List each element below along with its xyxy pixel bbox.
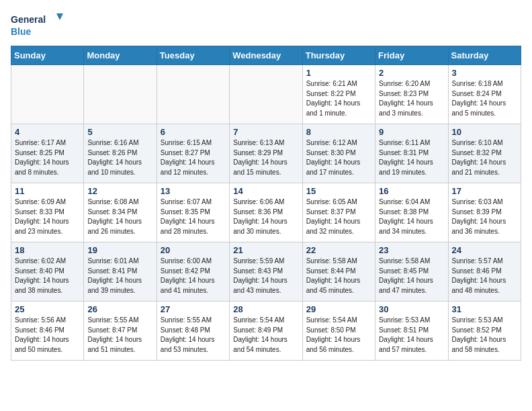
day-info: Sunrise: 6:10 AM Sunset: 8:32 PM Dayligh… bbox=[452, 138, 517, 177]
calendar-week-row: 25Sunrise: 5:56 AM Sunset: 8:46 PM Dayli… bbox=[11, 302, 521, 361]
day-info: Sunrise: 6:21 AM Sunset: 8:22 PM Dayligh… bbox=[306, 79, 371, 118]
day-info: Sunrise: 6:11 AM Sunset: 8:31 PM Dayligh… bbox=[379, 138, 444, 177]
calendar-week-row: 11Sunrise: 6:09 AM Sunset: 8:33 PM Dayli… bbox=[11, 183, 521, 242]
calendar-cell: 14Sunrise: 6:06 AM Sunset: 8:36 PM Dayli… bbox=[230, 183, 302, 242]
day-info: Sunrise: 6:00 AM Sunset: 8:42 PM Dayligh… bbox=[161, 257, 226, 295]
day-info: Sunrise: 6:07 AM Sunset: 8:35 PM Dayligh… bbox=[161, 197, 226, 236]
calendar-cell: 30Sunrise: 5:53 AM Sunset: 8:51 PM Dayli… bbox=[375, 302, 448, 361]
calendar-cell: 9Sunrise: 6:11 AM Sunset: 8:31 PM Daylig… bbox=[375, 124, 448, 183]
day-number: 28 bbox=[233, 304, 298, 314]
calendar-cell: 24Sunrise: 5:57 AM Sunset: 8:46 PM Dayli… bbox=[448, 242, 521, 302]
day-number: 21 bbox=[233, 245, 298, 255]
calendar-cell: 26Sunrise: 5:55 AM Sunset: 8:47 PM Dayli… bbox=[84, 302, 157, 361]
day-number: 19 bbox=[87, 245, 152, 255]
day-info: Sunrise: 6:15 AM Sunset: 8:27 PM Dayligh… bbox=[161, 138, 226, 177]
day-number: 16 bbox=[379, 186, 444, 196]
day-number: 20 bbox=[161, 245, 226, 255]
calendar-cell: 31Sunrise: 5:53 AM Sunset: 8:52 PM Dayli… bbox=[448, 302, 521, 361]
day-number: 14 bbox=[233, 186, 298, 196]
svg-text:Blue: Blue bbox=[11, 26, 32, 37]
calendar: SundayMondayTuesdayWednesdayThursdayFrid… bbox=[11, 46, 521, 361]
day-number: 2 bbox=[379, 68, 444, 78]
day-number: 5 bbox=[87, 127, 152, 137]
calendar-cell: 15Sunrise: 6:05 AM Sunset: 8:37 PM Dayli… bbox=[302, 183, 375, 242]
weekday-header: Monday bbox=[84, 46, 157, 65]
calendar-cell: 16Sunrise: 6:04 AM Sunset: 8:38 PM Dayli… bbox=[375, 183, 448, 242]
day-number: 15 bbox=[306, 186, 371, 196]
day-number: 23 bbox=[379, 245, 444, 255]
day-info: Sunrise: 6:08 AM Sunset: 8:34 PM Dayligh… bbox=[87, 197, 152, 236]
weekday-header: Friday bbox=[375, 46, 448, 65]
day-info: Sunrise: 5:53 AM Sunset: 8:51 PM Dayligh… bbox=[379, 316, 444, 355]
day-number: 1 bbox=[306, 68, 371, 78]
day-number: 31 bbox=[452, 304, 517, 314]
calendar-cell: 3Sunrise: 6:18 AM Sunset: 8:24 PM Daylig… bbox=[448, 65, 521, 124]
calendar-cell bbox=[84, 65, 157, 124]
svg-text:General: General bbox=[11, 14, 46, 25]
calendar-cell bbox=[230, 65, 302, 124]
calendar-week-row: 1Sunrise: 6:21 AM Sunset: 8:22 PM Daylig… bbox=[11, 65, 521, 124]
day-info: Sunrise: 6:02 AM Sunset: 8:40 PM Dayligh… bbox=[15, 257, 80, 295]
day-info: Sunrise: 6:17 AM Sunset: 8:25 PM Dayligh… bbox=[15, 138, 80, 177]
day-number: 26 bbox=[87, 304, 152, 314]
day-info: Sunrise: 5:53 AM Sunset: 8:52 PM Dayligh… bbox=[452, 316, 517, 355]
day-number: 3 bbox=[452, 68, 517, 78]
day-number: 30 bbox=[379, 304, 444, 314]
day-info: Sunrise: 6:03 AM Sunset: 8:39 PM Dayligh… bbox=[452, 197, 517, 236]
calendar-cell: 21Sunrise: 5:59 AM Sunset: 8:43 PM Dayli… bbox=[230, 242, 302, 302]
calendar-cell bbox=[157, 65, 229, 124]
calendar-cell: 25Sunrise: 5:56 AM Sunset: 8:46 PM Dayli… bbox=[11, 302, 84, 361]
weekday-header-row: SundayMondayTuesdayWednesdayThursdayFrid… bbox=[11, 46, 521, 65]
calendar-cell: 11Sunrise: 6:09 AM Sunset: 8:33 PM Dayli… bbox=[11, 183, 84, 242]
day-info: Sunrise: 6:13 AM Sunset: 8:29 PM Dayligh… bbox=[233, 138, 298, 177]
day-info: Sunrise: 6:05 AM Sunset: 8:37 PM Dayligh… bbox=[306, 197, 371, 236]
day-number: 10 bbox=[452, 127, 517, 137]
day-info: Sunrise: 5:58 AM Sunset: 8:44 PM Dayligh… bbox=[306, 257, 371, 295]
calendar-cell: 6Sunrise: 6:15 AM Sunset: 8:27 PM Daylig… bbox=[157, 124, 229, 183]
day-info: Sunrise: 6:09 AM Sunset: 8:33 PM Dayligh… bbox=[15, 197, 80, 236]
calendar-cell: 2Sunrise: 6:20 AM Sunset: 8:23 PM Daylig… bbox=[375, 65, 448, 124]
calendar-cell: 13Sunrise: 6:07 AM Sunset: 8:35 PM Dayli… bbox=[157, 183, 229, 242]
day-info: Sunrise: 6:04 AM Sunset: 8:38 PM Dayligh… bbox=[379, 197, 444, 236]
day-number: 13 bbox=[161, 186, 226, 196]
weekday-header: Thursday bbox=[302, 46, 375, 65]
day-number: 25 bbox=[15, 304, 80, 314]
calendar-cell bbox=[11, 65, 84, 124]
day-info: Sunrise: 5:54 AM Sunset: 8:50 PM Dayligh… bbox=[306, 316, 371, 355]
day-number: 7 bbox=[233, 127, 298, 137]
day-info: Sunrise: 6:18 AM Sunset: 8:24 PM Dayligh… bbox=[452, 79, 517, 118]
day-info: Sunrise: 5:57 AM Sunset: 8:46 PM Dayligh… bbox=[452, 257, 517, 295]
calendar-cell: 10Sunrise: 6:10 AM Sunset: 8:32 PM Dayli… bbox=[448, 124, 521, 183]
day-number: 8 bbox=[306, 127, 371, 137]
calendar-week-row: 18Sunrise: 6:02 AM Sunset: 8:40 PM Dayli… bbox=[11, 242, 521, 302]
calendar-cell: 4Sunrise: 6:17 AM Sunset: 8:25 PM Daylig… bbox=[11, 124, 84, 183]
day-info: Sunrise: 6:12 AM Sunset: 8:30 PM Dayligh… bbox=[306, 138, 371, 177]
calendar-cell: 12Sunrise: 6:08 AM Sunset: 8:34 PM Dayli… bbox=[84, 183, 157, 242]
logo: General Blue bbox=[11, 11, 64, 40]
calendar-cell: 8Sunrise: 6:12 AM Sunset: 8:30 PM Daylig… bbox=[302, 124, 375, 183]
calendar-cell: 5Sunrise: 6:16 AM Sunset: 8:26 PM Daylig… bbox=[84, 124, 157, 183]
day-number: 29 bbox=[306, 304, 371, 314]
calendar-cell: 23Sunrise: 5:58 AM Sunset: 8:45 PM Dayli… bbox=[375, 242, 448, 302]
calendar-cell: 19Sunrise: 6:01 AM Sunset: 8:41 PM Dayli… bbox=[84, 242, 157, 302]
calendar-cell: 27Sunrise: 5:55 AM Sunset: 8:48 PM Dayli… bbox=[157, 302, 229, 361]
calendar-cell: 22Sunrise: 5:58 AM Sunset: 8:44 PM Dayli… bbox=[302, 242, 375, 302]
calendar-week-row: 4Sunrise: 6:17 AM Sunset: 8:25 PM Daylig… bbox=[11, 124, 521, 183]
calendar-cell: 1Sunrise: 6:21 AM Sunset: 8:22 PM Daylig… bbox=[302, 65, 375, 124]
day-number: 18 bbox=[15, 245, 80, 255]
header: General Blue bbox=[11, 11, 521, 40]
day-number: 11 bbox=[15, 186, 80, 196]
day-number: 22 bbox=[306, 245, 371, 255]
day-info: Sunrise: 5:55 AM Sunset: 8:48 PM Dayligh… bbox=[161, 316, 226, 355]
day-number: 4 bbox=[15, 127, 80, 137]
day-info: Sunrise: 5:54 AM Sunset: 8:49 PM Dayligh… bbox=[233, 316, 298, 355]
day-number: 17 bbox=[452, 186, 517, 196]
weekday-header: Tuesday bbox=[157, 46, 229, 65]
day-info: Sunrise: 5:55 AM Sunset: 8:47 PM Dayligh… bbox=[87, 316, 152, 355]
day-number: 12 bbox=[87, 186, 152, 196]
weekday-header: Wednesday bbox=[230, 46, 302, 65]
day-info: Sunrise: 5:59 AM Sunset: 8:43 PM Dayligh… bbox=[233, 257, 298, 295]
day-number: 24 bbox=[452, 245, 517, 255]
day-info: Sunrise: 6:06 AM Sunset: 8:36 PM Dayligh… bbox=[233, 197, 298, 236]
calendar-cell: 17Sunrise: 6:03 AM Sunset: 8:39 PM Dayli… bbox=[448, 183, 521, 242]
